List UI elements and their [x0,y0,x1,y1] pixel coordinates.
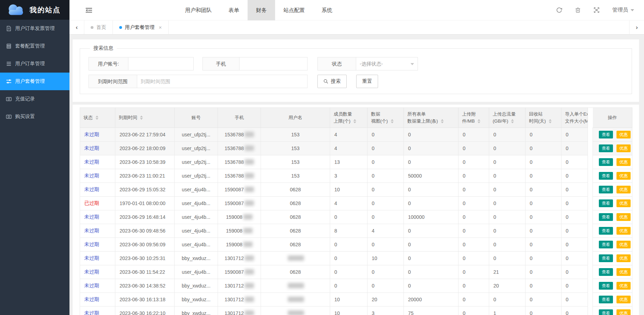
sort-caret-icon[interactable] [441,119,444,123]
operations-cell: 查看优惠 [593,142,632,155]
discount-button[interactable]: 优惠 [616,296,631,303]
status-select-value: -选择状态- [360,61,383,67]
status-select[interactable]: -选择状态- [356,57,418,70]
expire-time-cell: 1970-01-01 08:00:00 [115,197,175,210]
value-cell-form-data-limit: 0 [404,128,458,142]
table-row: 未过期2023-06-22 17:59:04user_ufp2tj...1536… [80,128,632,142]
view-button[interactable]: 查看 [599,144,613,152]
sort-caret-icon[interactable] [391,119,394,123]
discount-button[interactable]: 优惠 [616,144,631,152]
view-button[interactable]: 查看 [599,254,613,262]
sidebar-item-order-management[interactable]: 用户订单管理 [0,55,69,73]
trash-icon[interactable] [575,7,581,13]
fixed-column-gap [588,155,593,169]
column-header-recycle-days[interactable]: 回收站时间(天) [525,108,561,128]
value-cell-member-limit: 4 [330,197,367,210]
discount-button[interactable]: 优惠 [616,199,631,207]
sidebar-item-purchase-settings[interactable]: 购买设置 [0,108,69,125]
view-button[interactable]: 查看 [599,241,613,248]
discount-button[interactable]: 优惠 [616,254,631,262]
date-range-field-group: 到期时间范围 [89,75,308,88]
phone-cell: 1536788 [218,169,261,183]
discount-button[interactable]: 优惠 [616,282,631,290]
value-cell-form-data-limit: 0 [404,142,458,155]
tabs-scroll-right-icon[interactable]: › [629,20,644,34]
discount-button[interactable]: 优惠 [616,213,631,221]
value-cell-upload-traffic: 20 [489,279,525,293]
view-button[interactable]: 查看 [599,227,613,235]
view-button[interactable]: 查看 [599,296,613,303]
discount-button[interactable]: 优惠 [616,309,631,315]
fixed-column-gap [588,224,593,238]
status-badge: 未过期 [84,173,99,178]
date-range-input[interactable] [137,75,308,88]
value-cell-upload-traffic: 0 [489,210,525,224]
value-cell-data-views: 10 [367,252,404,265]
discount-button[interactable]: 优惠 [616,227,631,235]
menu-forms[interactable]: 表单 [220,0,248,20]
discount-button[interactable]: 优惠 [616,186,631,193]
account-input[interactable] [128,57,194,70]
discount-button[interactable]: 优惠 [616,241,631,248]
view-button[interactable]: 查看 [599,282,613,290]
value-cell-recycle-days: 0 [525,169,561,183]
sort-caret-icon[interactable] [511,119,514,123]
phone-cell: 1301712 [218,252,261,265]
sort-caret-icon[interactable] [549,119,552,123]
collapse-sidebar-icon[interactable] [86,7,92,13]
account-cell: user_4ju4b... [175,238,218,252]
sort-caret-icon[interactable] [478,119,480,123]
discount-button[interactable]: 优惠 [616,158,631,166]
column-header-upload-attachment[interactable]: 上传附件/MB [458,108,489,128]
phone-cell: 1536788 [218,142,261,155]
tabs-scroll-left-icon[interactable]: ‹ [69,20,84,34]
sort-caret-icon[interactable] [96,116,98,120]
search-button[interactable]: 搜索 [317,75,347,88]
menu-system[interactable]: 系统 [313,0,341,20]
column-header-upload-traffic[interactable]: 上传总流量(GB/年) [489,108,525,128]
menu-site-config[interactable]: 站点配置 [275,0,313,20]
username-cell: 0628 [261,197,330,210]
tab-user-package-management[interactable]: 用户套餐管理 × [113,20,169,34]
table-row: 未过期2023-06-30 11:54:22user_4ju4b...15900… [80,265,632,279]
view-button[interactable]: 查看 [599,158,613,166]
view-button[interactable]: 查看 [599,213,613,221]
sidebar-item-package-config[interactable]: 套餐配置管理 [0,37,69,55]
view-button[interactable]: 查看 [599,131,613,138]
sidebar-item-label: 套餐配置管理 [15,43,45,49]
sort-caret-icon[interactable] [353,119,356,123]
column-header-status[interactable]: 状态 [80,108,115,128]
menu-users-teams[interactable]: 用户和团队 [177,0,220,20]
value-cell-recycle-days: 0 [525,307,561,315]
view-button[interactable]: 查看 [599,309,613,315]
column-header-data-views[interactable]: 数据视图(个) [367,108,404,128]
column-header-excel-size: 导入单个Ex文件大小(M [561,108,588,128]
sidebar-item-recharge-records[interactable]: 充值记录 [0,90,69,108]
sidebar-item-user-package-management[interactable]: 用户套餐管理 [0,73,69,90]
phone-input[interactable] [239,57,308,70]
view-button[interactable]: 查看 [599,172,613,180]
view-button[interactable]: 查看 [599,199,613,207]
sidebar-item-invoice-management[interactable]: 用户订单发票管理 [0,20,69,37]
user-dropdown[interactable]: 管理员 [612,7,634,13]
discount-button[interactable]: 优惠 [616,268,631,276]
fixed-column-gap [588,169,593,183]
tab-home[interactable]: 首页 [84,20,113,34]
column-header-form-data-limit[interactable]: 所有表单数据量上限(条) [404,108,458,128]
refresh-icon[interactable] [556,7,562,13]
redacted-blur [243,242,253,247]
menu-finance[interactable]: 财务 [248,0,275,20]
column-header-member-limit[interactable]: 成员数量上限(个) [330,108,367,128]
discount-button[interactable]: 优惠 [616,172,631,180]
discount-button[interactable]: 优惠 [616,131,631,138]
column-header-expire-time[interactable]: 到期时间 [115,108,175,128]
value-cell-member-limit: 0 [330,279,367,293]
view-button[interactable]: 查看 [599,268,613,276]
reset-button[interactable]: 重置 [356,75,378,88]
phone-field-group: 手机 [202,57,308,70]
view-button[interactable]: 查看 [599,186,613,193]
fullscreen-icon[interactable] [594,7,600,13]
package-config-icon [6,43,12,49]
close-icon[interactable]: × [159,24,162,30]
sort-caret-icon[interactable] [140,116,143,120]
